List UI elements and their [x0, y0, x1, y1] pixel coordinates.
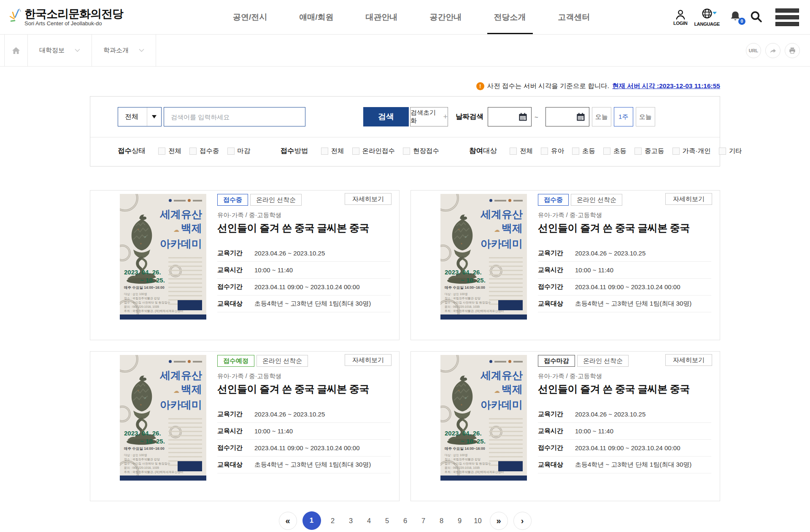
- checkbox[interactable]: [321, 148, 328, 155]
- filter-option-aud-all[interactable]: 전체: [510, 147, 533, 156]
- detail-button[interactable]: 자세히보기: [665, 193, 712, 205]
- quick-today-end-button[interactable]: 오늘: [636, 107, 655, 126]
- print-icon: [788, 46, 796, 55]
- checkbox[interactable]: [227, 148, 235, 155]
- site-logo[interactable]: 한국소리문화의전당 Sori Arts Center of Jeollabuk-…: [9, 8, 123, 27]
- notifications-button[interactable]: 0: [729, 10, 742, 24]
- selected-category: 전체: [118, 113, 138, 121]
- poster-time: 매주 수요일 14:00~16:00: [124, 285, 165, 290]
- breadcrumb-home[interactable]: [4, 35, 28, 66]
- checkbox[interactable]: [603, 148, 610, 155]
- nav-item-booking[interactable]: 얘매/회원: [295, 0, 338, 34]
- language-button[interactable]: LANGUAGE: [694, 8, 720, 27]
- filter-option-method-online[interactable]: 온라인접수: [352, 147, 395, 156]
- checkbox[interactable]: [510, 148, 517, 155]
- user-icon: [675, 8, 686, 20]
- info-row: 교육대상초등4학년 ~ 고3학년 단체 1팀(최대 30명): [217, 296, 391, 312]
- search-reset-button[interactable]: 검색초기화 +: [410, 107, 448, 126]
- pagination-page-2[interactable]: 2: [327, 517, 339, 525]
- pagination-last-button[interactable]: »: [490, 512, 508, 530]
- nav-item-about[interactable]: 전당소개: [490, 0, 530, 34]
- pagination-page-9[interactable]: 9: [454, 517, 466, 525]
- breadcrumb-item-univ-info[interactable]: 대학정보: [28, 35, 92, 66]
- filter-option-aud-secondary[interactable]: 중고등: [634, 147, 664, 156]
- checkbox[interactable]: [189, 148, 197, 155]
- pagination-page-6[interactable]: 6: [399, 517, 412, 525]
- breadcrumb-item-dept-intro[interactable]: 학과소개: [92, 35, 156, 66]
- search-category-select[interactable]: 전체: [118, 107, 162, 126]
- checkbox[interactable]: [719, 148, 726, 155]
- poster-date: 2023. 04. 26.~ 10. 25.: [445, 429, 486, 445]
- filter-option-aud-family[interactable]: 가족·개인: [672, 147, 711, 156]
- print-button[interactable]: [785, 43, 800, 58]
- pagination-next-button[interactable]: ›: [513, 512, 532, 530]
- share-button[interactable]: [765, 43, 780, 58]
- header-search-button[interactable]: [749, 10, 763, 25]
- program-title[interactable]: 선인들이 즐겨 쓴 중국 글씨본 중국: [217, 382, 392, 396]
- pagination-page-1[interactable]: 1: [302, 511, 321, 530]
- pagination-page-8[interactable]: 8: [435, 517, 448, 525]
- detail-button[interactable]: 자세히보기: [665, 354, 712, 366]
- checkbox[interactable]: [672, 148, 680, 155]
- info-rows: 교육기간2023.04.26 ~ 2023.10.25 교육시간10:00 ~ …: [538, 245, 711, 312]
- poster-logos: [169, 199, 202, 202]
- nav-item-customer[interactable]: 고객센터: [554, 0, 594, 34]
- globe-icon: [701, 8, 713, 19]
- pagination-page-5[interactable]: 5: [381, 517, 394, 525]
- info-row: 교육대상초등4학년 ~ 고3학년 단체 1팀(최대 30명): [217, 457, 391, 473]
- menu-button[interactable]: [775, 8, 799, 26]
- status-badge: 접수마감: [538, 355, 575, 367]
- pagination-page-7[interactable]: 7: [417, 517, 430, 525]
- filter-option-aud-elem2[interactable]: 초등: [603, 147, 626, 156]
- poster-footer-bar: [120, 314, 206, 320]
- pagination-page-10[interactable]: 10: [472, 517, 484, 525]
- filter-option-status-all[interactable]: 전체: [158, 147, 181, 156]
- program-title[interactable]: 선인들이 즐겨 쓴 중국 글씨본 중국: [538, 382, 713, 396]
- login-button[interactable]: LOGIN: [673, 8, 687, 26]
- detail-button[interactable]: 자세히보기: [345, 193, 392, 205]
- status-badge: 접수예정: [217, 355, 254, 367]
- info-row: 접수기간2023.04.11 09:00 ~ 2023.10.24 00:00: [538, 440, 711, 457]
- quick-one-week-button[interactable]: 1주: [614, 107, 633, 126]
- notice-text: 사전 접수는 서버 시각을 기준으로 합니다.: [487, 82, 609, 91]
- poster-info-lines: 대상 : 성인 100명장소 : 국립전주박물관 강당접수 : 누리집 사전예약…: [124, 453, 183, 474]
- detail-button[interactable]: 자세히보기: [345, 354, 392, 366]
- checkbox[interactable]: [352, 148, 359, 155]
- nav-item-space[interactable]: 공간안내: [426, 0, 466, 34]
- program-title[interactable]: 선인들이 즐겨 쓴 중국 글씨본 중국: [217, 221, 392, 235]
- filter-option-aud-etc[interactable]: 기타: [719, 147, 742, 156]
- filter-option-aud-infant[interactable]: 유아: [541, 147, 564, 156]
- poster-info-lines: 대상 : 성인 100명장소 : 국립전주박물관 강당접수 : 누리집 사전예약…: [124, 292, 183, 313]
- date-to-input[interactable]: [545, 107, 589, 126]
- poster-info-lines: 대상 : 성인 100명장소 : 국립전주박물관 강당접수 : 누리집 사전예약…: [445, 292, 504, 313]
- filter-label: 참여대상: [469, 146, 497, 156]
- checkbox[interactable]: [634, 148, 642, 155]
- keyword-input[interactable]: [164, 107, 305, 126]
- pagination-first-button[interactable]: «: [279, 512, 297, 530]
- checkbox[interactable]: [403, 148, 410, 155]
- poster-navy-block: [178, 300, 202, 310]
- checkbox[interactable]: [541, 148, 548, 155]
- checkbox[interactable]: [158, 148, 165, 155]
- nav-item-performance[interactable]: 공연/전시: [229, 0, 271, 34]
- search-row: 전체 검색 검색초기화 + 날짜검색: [90, 97, 720, 137]
- search-submit-button[interactable]: 검색: [363, 107, 409, 126]
- date-from-input[interactable]: [488, 107, 532, 126]
- info-row: 교육기간2023.04.26 ~ 2023.10.25: [538, 245, 711, 262]
- filter-option-method-onsite[interactable]: 현장접수: [403, 147, 439, 156]
- date-search-label: 날짜검색: [456, 112, 483, 121]
- quick-today-start-button[interactable]: 오늘: [592, 107, 611, 126]
- server-time-link[interactable]: 현재 서버 시각 :2023-12-03 11:16:55: [612, 82, 720, 91]
- pagination-page-3[interactable]: 3: [345, 517, 357, 525]
- pagination-page-4[interactable]: 4: [363, 517, 375, 525]
- filter-option-status-open[interactable]: 접수중: [189, 147, 219, 156]
- info-row: 접수기간2023.04.11 09:00 ~ 2023.10.24 00:00: [217, 440, 391, 457]
- rosette-ornament: [120, 194, 138, 212]
- copy-url-button[interactable]: URL: [746, 43, 761, 58]
- program-title[interactable]: 선인들이 즐겨 쓴 중국 글씨본 중국: [538, 221, 713, 235]
- checkbox[interactable]: [572, 148, 579, 155]
- nav-item-rental[interactable]: 대관안내: [362, 0, 402, 34]
- filter-option-method-all[interactable]: 전체: [321, 147, 344, 156]
- filter-option-aud-elem1[interactable]: 초등: [572, 147, 595, 156]
- filter-option-status-closed[interactable]: 마감: [227, 147, 251, 156]
